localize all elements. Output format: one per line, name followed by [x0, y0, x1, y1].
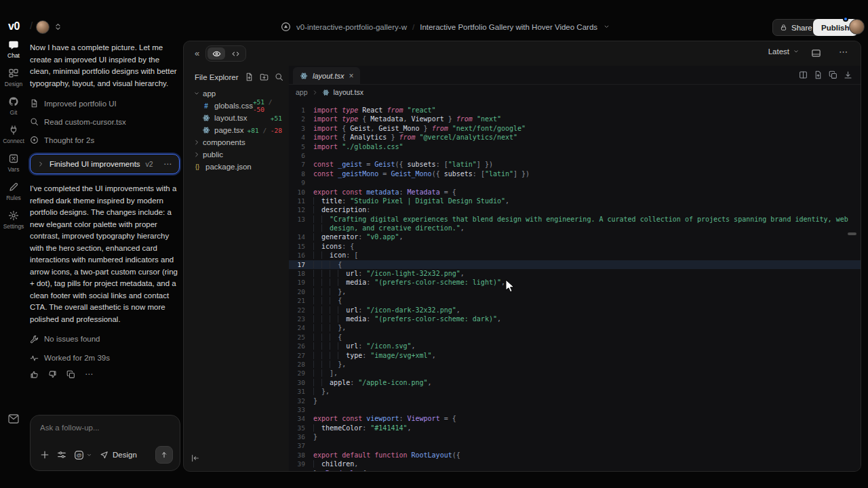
tree-item-globals-css[interactable]: #globals.css+51 / -50 — [184, 100, 289, 112]
new-file-icon[interactable] — [245, 73, 254, 81]
tab-layout-tsx[interactable]: layout.tsx × — [293, 67, 360, 84]
v0-logo[interactable]: v0 — [8, 20, 20, 33]
collapse-panel-icon[interactable]: « — [192, 48, 202, 58]
code-line[interactable]: 11 title: "Studio Pixel | Digital Design… — [289, 197, 861, 205]
split-view-icon[interactable] — [799, 70, 808, 79]
project-name[interactable]: v0-interactive-portfolio-gallery-w — [296, 23, 407, 31]
code-line[interactable]: 14 generator: "v0.app", — [289, 232, 861, 241]
more-actions-icon[interactable]: ⋯ — [85, 369, 94, 379]
tree-item-public[interactable]: public — [184, 148, 289, 161]
code-toggle[interactable] — [226, 47, 244, 60]
tree-item-layout-tsx[interactable]: layout.tsx+51 — [184, 112, 289, 124]
code-line[interactable]: 39 children, — [289, 460, 861, 468]
code-line[interactable]: 13 "Crafting digital experiences that bl… — [289, 215, 861, 224]
copy-icon[interactable] — [66, 370, 75, 379]
sidebar-item-design[interactable]: Design — [0, 68, 27, 91]
preview-toggle[interactable] — [208, 47, 225, 60]
crumb-file[interactable]: layout.tsx — [334, 88, 363, 96]
code-line[interactable]: 8const _geistMono = Geist_Mono({ subsets… — [289, 169, 861, 178]
code-line[interactable]: 1import type React from "react" — [289, 106, 861, 115]
send-button[interactable] — [155, 446, 173, 464]
code-line[interactable]: 27 type: "image/svg+xml", — [289, 351, 861, 360]
sidebar-item-rules[interactable]: Rules — [0, 182, 27, 205]
code-line[interactable]: 15 icons: { — [289, 242, 861, 251]
tree-item-page-tsx[interactable]: page.tsx+81 / -28 — [184, 124, 289, 136]
code-line[interactable]: 9 — [289, 178, 861, 187]
code-line[interactable]: 3import { Geist, Geist_Mono } from "next… — [289, 124, 861, 133]
code-line[interactable]: 37 — [289, 441, 861, 450]
tree-item-components[interactable]: components — [184, 136, 289, 148]
code-line[interactable]: 19 media: "(prefers-color-scheme: light)… — [289, 278, 861, 287]
code-line[interactable]: 33 — [289, 405, 861, 414]
sidebar-item-connect[interactable]: Connect — [0, 125, 27, 148]
task-step[interactable]: Thought for 2s — [30, 131, 180, 149]
code-line[interactable]: 5import "./globals.css" — [289, 142, 861, 151]
user-avatar[interactable] — [849, 19, 865, 35]
code-line[interactable]: 40}: Readonly<{ — [289, 469, 861, 471]
mail-icon[interactable] — [8, 414, 19, 424]
scrollbar-thumb[interactable] — [848, 232, 856, 235]
copy-icon[interactable] — [829, 70, 837, 79]
code-line[interactable]: 4import { Analytics } from "@vercel/anal… — [289, 133, 861, 142]
code-line[interactable]: 20 }, — [289, 287, 861, 296]
code-line[interactable]: design, and creative direction.", — [289, 224, 861, 232]
follow-up-input[interactable] — [40, 424, 169, 432]
avatar[interactable] — [36, 20, 50, 34]
task-step[interactable]: Read custom-cursor.tsx — [30, 113, 180, 131]
code-line[interactable]: 10export const metadata: Metadata = { — [289, 188, 861, 197]
code-area[interactable]: 1import type React from "react"2import t… — [289, 106, 861, 471]
sidebar-item-chat[interactable]: Chat — [0, 39, 27, 62]
code-line[interactable]: 38export default function RootLayout({ — [289, 451, 861, 460]
code-line[interactable]: 34export const viewport: Viewport = { — [289, 414, 861, 423]
code-line[interactable]: 31 }, — [289, 387, 861, 396]
task-step[interactable]: Improved portfolio UI — [30, 94, 180, 113]
composer[interactable]: @ Design — [30, 415, 180, 471]
export-file-icon[interactable] — [814, 70, 823, 79]
status-row[interactable]: Worked for 2m 39s — [30, 348, 180, 367]
code-line[interactable]: 22 url: "/icon-dark-32x32.png", — [289, 306, 861, 314]
sidebar-item-settings[interactable]: Settings — [0, 210, 27, 233]
crumb-folder[interactable]: app — [296, 88, 308, 96]
code-line[interactable]: 18 url: "/icon-light-32x32.png", — [289, 269, 861, 278]
search-icon[interactable] — [275, 73, 283, 81]
code-line[interactable]: 23 media: "(prefers-color-scheme: dark)"… — [289, 314, 861, 323]
code-line[interactable]: 35 themeColor: "#141414", — [289, 424, 861, 432]
code-line[interactable]: 36} — [289, 432, 861, 441]
sidebar-item-vars[interactable]: Vars — [0, 153, 27, 176]
panel-menu-icon[interactable]: ⋯ — [839, 47, 848, 57]
sidebar-item-git[interactable]: Git — [0, 96, 27, 119]
code-line[interactable]: 30 apple: "/apple-icon.png", — [289, 378, 861, 387]
code-line[interactable]: 25 { — [289, 333, 861, 342]
chat-title[interactable]: Interactive Portfolio Gallery with Hover… — [420, 23, 597, 31]
code-line[interactable]: 7const _geist = Geist({ subsets: ["latin… — [289, 160, 861, 169]
version-card-menu[interactable]: ⋯ — [163, 159, 172, 169]
code-line[interactable]: 2import type { Metadata, Viewport } from… — [289, 115, 861, 123]
thumbs-up-icon[interactable] — [30, 370, 39, 379]
code-line[interactable]: 26 url: "/icon.svg", — [289, 342, 861, 350]
code-line[interactable]: 17 { — [289, 260, 861, 269]
model-selector[interactable]: @ — [74, 450, 92, 460]
download-icon[interactable] — [844, 70, 852, 79]
code-line[interactable]: 24 }, — [289, 323, 861, 332]
code-line[interactable]: 12 description: — [289, 205, 861, 214]
browser-window-icon[interactable] — [811, 48, 821, 58]
plus-icon[interactable] — [40, 450, 50, 460]
new-folder-icon[interactable] — [260, 73, 269, 81]
sliders-icon[interactable] — [57, 450, 66, 460]
thumbs-down-icon[interactable] — [48, 370, 57, 379]
status-row[interactable]: No issues found — [30, 329, 180, 348]
version-selector[interactable]: Latest — [768, 47, 800, 56]
code-line[interactable]: 6 — [289, 151, 861, 160]
version-card[interactable]: Finished UI improvements v2 ⋯ — [30, 154, 180, 174]
chevron-up-down-icon[interactable] — [54, 22, 62, 31]
tree-item-package-json[interactable]: {}package.json — [184, 161, 289, 173]
code-line[interactable]: 16 icon: [ — [289, 251, 861, 260]
dock-left-icon[interactable] — [191, 453, 200, 463]
code-line[interactable]: 21 { — [289, 296, 861, 305]
design-mode-button[interactable]: Design — [100, 451, 137, 460]
chevron-down-icon[interactable] — [603, 23, 610, 30]
code-line[interactable]: 28 }, — [289, 360, 861, 369]
close-tab-icon[interactable]: × — [349, 71, 353, 81]
code-line[interactable]: 29 ], — [289, 369, 861, 378]
code-line[interactable]: 32} — [289, 396, 861, 405]
